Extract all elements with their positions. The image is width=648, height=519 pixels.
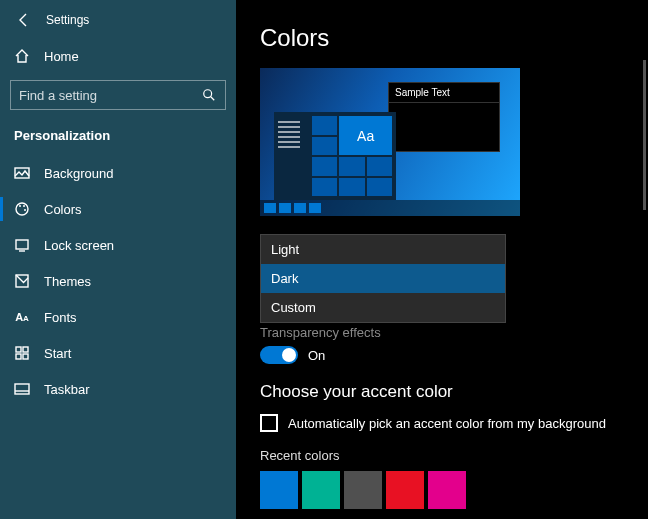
nav-background[interactable]: Background [0, 155, 236, 191]
preview-accent-tile: Aa [339, 116, 392, 155]
home-link[interactable]: Home [0, 40, 236, 72]
auto-accent-checkbox[interactable] [260, 414, 278, 432]
picture-icon [14, 165, 30, 181]
nav-lockscreen[interactable]: Lock screen [0, 227, 236, 263]
preview-window-title: Sample Text [389, 83, 499, 103]
color-swatch[interactable] [260, 471, 298, 509]
search-icon [201, 87, 217, 103]
start-icon [14, 345, 30, 361]
svg-point-5 [24, 209, 26, 211]
svg-point-3 [19, 205, 21, 207]
color-swatch[interactable] [386, 471, 424, 509]
recent-colors-label: Recent colors [260, 448, 648, 463]
svg-rect-8 [16, 347, 21, 352]
scrollbar[interactable] [643, 60, 646, 210]
preview-window: Sample Text [388, 82, 500, 152]
accent-section-title: Choose your accent color [260, 382, 648, 402]
nav-start[interactable]: Start [0, 335, 236, 371]
dropdown-option-custom[interactable]: Custom [261, 293, 505, 322]
nav-label: Taskbar [44, 382, 90, 397]
home-icon [14, 48, 30, 64]
toggle-knob [282, 348, 296, 362]
home-label: Home [44, 49, 79, 64]
auto-accent-label: Automatically pick an accent color from … [288, 416, 606, 431]
nav-themes[interactable]: Themes [0, 263, 236, 299]
taskbar-icon [14, 381, 30, 397]
main-content: Colors Sample Text Aa Light Dark Custom [236, 0, 648, 519]
nav-label: Start [44, 346, 71, 361]
preview-taskbar [260, 200, 520, 216]
arrow-left-icon [16, 12, 32, 28]
svg-rect-6 [16, 240, 28, 249]
preview-start-menu: Aa [274, 112, 396, 200]
fonts-icon: AA [14, 309, 30, 325]
nav-colors[interactable]: Colors [0, 191, 236, 227]
nav-label: Lock screen [44, 238, 114, 253]
lockscreen-icon [14, 237, 30, 253]
color-mode-dropdown[interactable]: Light Dark Custom [260, 234, 506, 323]
palette-icon [14, 201, 30, 217]
nav-label: Fonts [44, 310, 77, 325]
nav-fonts[interactable]: AA Fonts [0, 299, 236, 335]
sidebar: Settings Home Personalization Background… [0, 0, 236, 519]
color-swatch[interactable] [428, 471, 466, 509]
recent-colors [260, 471, 648, 509]
back-button[interactable] [14, 10, 34, 30]
color-swatch[interactable] [302, 471, 340, 509]
svg-point-2 [16, 203, 28, 215]
color-swatch[interactable] [344, 471, 382, 509]
transparency-toggle[interactable] [260, 346, 298, 364]
theme-preview: Sample Text Aa [260, 68, 520, 216]
nav-label: Background [44, 166, 113, 181]
auto-accent-checkbox-row[interactable]: Automatically pick an accent color from … [260, 414, 648, 432]
toggle-state-label: On [308, 348, 325, 363]
svg-rect-10 [16, 354, 21, 359]
svg-rect-9 [23, 347, 28, 352]
dropdown-option-dark[interactable]: Dark [261, 264, 505, 293]
svg-point-4 [23, 205, 25, 207]
themes-icon [14, 273, 30, 289]
app-title: Settings [46, 13, 89, 27]
nav-label: Colors [44, 202, 82, 217]
category-heading: Personalization [0, 118, 236, 155]
svg-rect-12 [15, 384, 29, 394]
svg-rect-11 [23, 354, 28, 359]
svg-point-0 [204, 90, 212, 98]
dropdown-option-light[interactable]: Light [261, 235, 505, 264]
transparency-label: Transparency effects [260, 325, 648, 340]
search-box[interactable] [10, 80, 226, 110]
nav-label: Themes [44, 274, 91, 289]
search-input[interactable] [19, 88, 201, 103]
page-title: Colors [260, 24, 648, 52]
nav-taskbar[interactable]: Taskbar [0, 371, 236, 407]
